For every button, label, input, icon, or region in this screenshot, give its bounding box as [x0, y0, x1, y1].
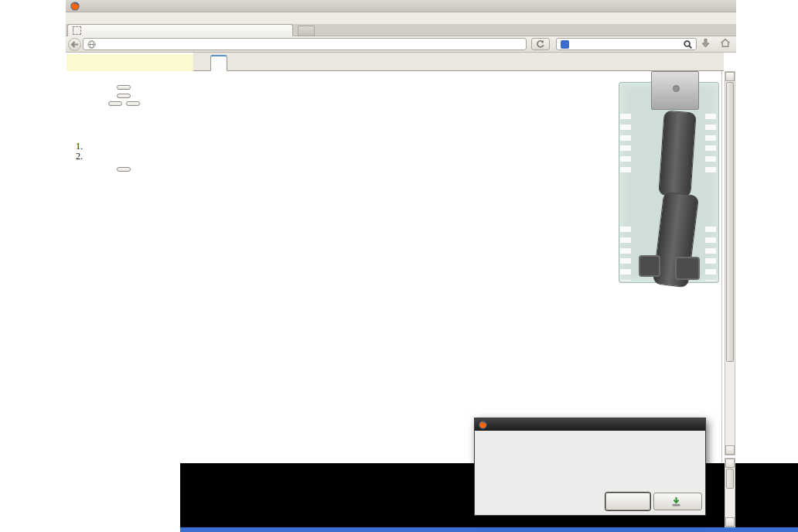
- howto-step: [85, 152, 187, 162]
- reload-button[interactable]: [531, 38, 550, 50]
- search-engine-icon[interactable]: [561, 40, 569, 49]
- editor-scrollbar[interactable]: [725, 71, 735, 455]
- sidebar-header: [66, 54, 193, 71]
- save-download-icon: [671, 496, 681, 506]
- desktop: [0, 0, 798, 532]
- scrollbar-thumb[interactable]: [726, 82, 734, 362]
- window-titlebar[interactable]: [66, 0, 736, 12]
- dialog-titlebar[interactable]: [475, 418, 705, 431]
- avr-libc-website-button[interactable]: [117, 94, 131, 98]
- howto-list: [66, 142, 187, 162]
- back-button[interactable]: [68, 38, 81, 51]
- browser-tab-editor[interactable]: [67, 24, 293, 36]
- editor-tab-strip: [193, 53, 724, 71]
- compile-button[interactable]: [126, 101, 140, 106]
- clear-log-button[interactable]: [108, 101, 122, 106]
- back-arrow-icon: [70, 40, 79, 49]
- scrollbar-thumb[interactable]: [726, 469, 734, 489]
- search-input[interactable]: [575, 39, 680, 49]
- code-editor[interactable]: [182, 71, 722, 464]
- new-tab-button[interactable]: [298, 26, 315, 36]
- avrstick-webpage-button[interactable]: [117, 85, 131, 90]
- search-box[interactable]: [556, 38, 697, 50]
- download-arrow-icon: [700, 38, 711, 49]
- url-bar[interactable]: [83, 38, 527, 50]
- scrollbar-down-button[interactable]: [725, 445, 735, 455]
- menu-bar: [66, 12, 736, 24]
- home-icon: [720, 38, 731, 48]
- navigation-bar: [66, 36, 736, 53]
- log-scrollbar[interactable]: [725, 458, 735, 527]
- editor-tab-main-c[interactable]: [210, 55, 227, 71]
- sidebar: [66, 71, 181, 198]
- scrollbar-up-button[interactable]: [725, 459, 735, 468]
- save-file-button[interactable]: [653, 493, 702, 510]
- tab-favicon-icon: [73, 26, 81, 35]
- cancel-button[interactable]: [605, 493, 650, 510]
- log-actions-row: [108, 101, 140, 106]
- globe-icon: [87, 40, 96, 49]
- browser-tab-bar: [66, 24, 736, 36]
- firmware-bin-button[interactable]: [117, 167, 131, 172]
- dialog-firefox-icon: [479, 421, 487, 429]
- reload-icon: [536, 39, 545, 49]
- status-bar: [180, 527, 798, 532]
- firefox-icon: [70, 2, 80, 11]
- downloads-button[interactable]: [700, 38, 711, 49]
- scrollbar-down-button[interactable]: [725, 517, 735, 527]
- home-button[interactable]: [720, 38, 731, 48]
- download-dialog[interactable]: [474, 418, 706, 516]
- howto-step: [85, 142, 187, 152]
- scrollbar-up-button[interactable]: [725, 72, 735, 81]
- search-icon[interactable]: [684, 40, 692, 49]
